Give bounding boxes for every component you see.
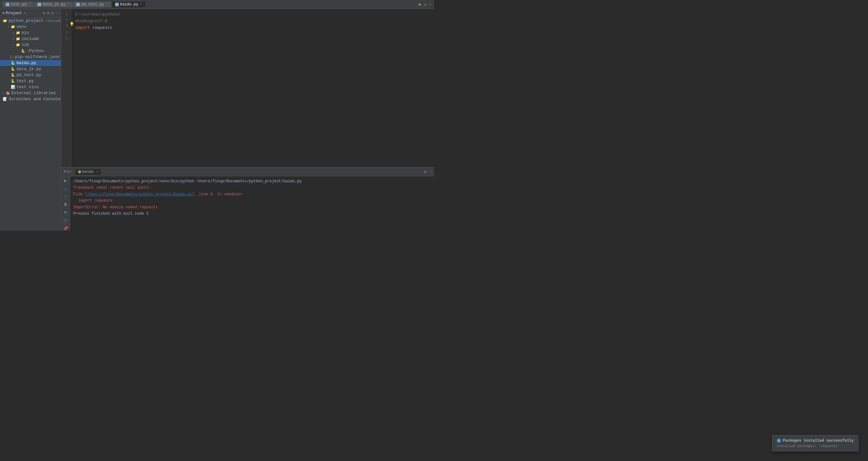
tab-baidu-py-close[interactable]: × [140, 3, 142, 6]
sidebar-header-icons: ⊕ ⊟ ⚙ — [43, 11, 58, 16]
main-layout: ▼ Project ▾ ⊕ ⊟ ⚙ — ▾📁python_project~/Do… [0, 9, 434, 230]
editor-area: 12345 #!/usr/bin/python2#coding=utf-8💡im… [61, 9, 434, 230]
run-pause-btn[interactable]: ⏸ [63, 202, 68, 207]
tree-include-label: include [22, 36, 39, 41]
tab-bar: pytest.py×pydata_jk.py×pypd_test.py×pyba… [3, 2, 145, 7]
run-sidebar: ▶ ↓ ↑ ⏸ ≡ □ 📌 🗑 [61, 176, 70, 230]
tab-data-jk-py-close[interactable]: × [67, 3, 69, 6]
run-minimize-icon[interactable]: — [429, 169, 431, 174]
code-text-2: #coding=utf-8 [75, 18, 107, 25]
run-pin-btn[interactable]: 📌 [63, 226, 68, 230]
run-settings-icon[interactable]: ⚙ [424, 169, 426, 174]
tab-test-py-label: test.py [11, 2, 27, 7]
tree-baidu-py[interactable]: 🐍baidu.py [0, 60, 61, 66]
tree-include[interactable]: ▸📁include [0, 36, 61, 42]
code-line-4: import requests [75, 25, 426, 31]
run-tab[interactable]: baidu × [75, 169, 101, 175]
run-up-btn[interactable]: ↑ [63, 194, 68, 199]
tree-test-py-label: test.py [17, 79, 34, 83]
tab-test-py-icon: py [6, 3, 9, 6]
tree-ext-libs-label: External Libraries [11, 91, 56, 95]
tree-test-py[interactable]: 🐍test.py [0, 78, 61, 84]
run-output-line-2: File "/Users/finup/Documents/python_proj… [73, 191, 431, 197]
file-link[interactable]: "/Users/finup/Documents/python_project/b… [85, 192, 194, 196]
run-panel-actions: ⚙ — [424, 169, 431, 174]
run-output-line-6: Process finished with exit code 1 [73, 211, 431, 217]
tree-venv[interactable]: ▾📁venv [0, 24, 61, 30]
tree-ext-libs-arrow: ▸ [1, 91, 6, 95]
minimize-icon[interactable]: — [56, 11, 58, 16]
tree-venv-label: venv [17, 24, 26, 29]
tree-bin-icon: 📁 [16, 31, 20, 35]
tree-lib-label: lib [22, 42, 29, 47]
add-icon[interactable]: ⊕ [43, 11, 45, 16]
tab-data-jk-py-label: data_jk.py [42, 2, 65, 7]
tree-pd-test-py[interactable]: 🐍pd_test.py [0, 72, 61, 78]
tree-venv-arrow: ▾ [6, 25, 11, 29]
tree-scratches[interactable]: ▸📝Scratches and Consoles [0, 96, 61, 102]
tree-pd-test-py-icon: 🐍 [11, 73, 15, 77]
tab-data-jk-py-icon: py [37, 3, 41, 6]
sidebar-fold-icon[interactable]: ▼ [3, 11, 5, 15]
tab-test-py[interactable]: pytest.py× [3, 2, 34, 7]
tree-ext-libs-icon: 📚 [6, 91, 10, 95]
tree-data-jk-py[interactable]: 🐍data_jk.py [0, 66, 61, 72]
run-panel-header: Run: baidu × ⚙ — [61, 167, 434, 176]
tree-bin-arrow: ▸ [11, 31, 16, 35]
editor-right-gutter [430, 9, 434, 167]
tab-baidu-py[interactable]: pybaidu.py× [112, 2, 146, 7]
run-down-btn[interactable]: ↓ [63, 186, 68, 191]
tab-pd-test-py[interactable]: pypd_test.py× [73, 2, 111, 7]
tree-lib-arrow: ▸ [11, 43, 16, 47]
run-stop-btn[interactable]: □ [63, 218, 68, 223]
code-content[interactable]: #!/usr/bin/python2#coding=utf-8💡import r… [71, 9, 430, 167]
tab-pd-test-py-label: pd_test.py [81, 2, 104, 7]
run-list-btn[interactable]: ≡ [63, 210, 68, 215]
tree-pip-selfcheck[interactable]: {}pip-selfcheck.json [0, 54, 61, 60]
tab-pd-test-py-close[interactable]: × [106, 3, 108, 6]
title-bar-right: ▶ ↺ ⋯ [419, 2, 431, 7]
tree-scratches-icon: 📝 [3, 97, 7, 101]
tree-python[interactable]: 🐍.Python [0, 48, 61, 54]
tree-data-jk-py-label: data_jk.py [17, 67, 41, 71]
title-bar: pytest.py×pydata_jk.py×pypd_test.py×pyba… [0, 0, 434, 9]
sidebar-tree: ▾📁python_project~/Documents/python_proje… [0, 18, 61, 102]
lightbulb-icon[interactable]: 💡 [69, 22, 74, 28]
reload-icon[interactable]: ↺ [424, 2, 426, 7]
code-editor[interactable]: 12345 #!/usr/bin/python2#coding=utf-8💡im… [61, 9, 434, 167]
tree-ext-libs[interactable]: ▸📚External Libraries [0, 90, 61, 96]
sidebar: ▼ Project ▾ ⊕ ⊟ ⚙ — ▾📁python_project~/Do… [0, 9, 61, 230]
run-tab-icon [78, 170, 81, 174]
tree-lib[interactable]: ▸📁lib [0, 42, 61, 48]
run-tab-label: baidu [83, 170, 94, 174]
tab-baidu-py-label: baidu.py [120, 2, 138, 7]
line-number-2: 2 [61, 18, 69, 24]
tree-data-jk-py-icon: 🐍 [11, 67, 15, 71]
run-icon[interactable]: ▶ [419, 2, 421, 7]
tab-data-jk-py[interactable]: pydata_jk.py× [34, 2, 72, 7]
settings-icon[interactable]: ⚙ [51, 11, 54, 16]
tree-test-py-icon: 🐍 [11, 79, 15, 83]
tree-python-project-sub: ~/Documents/python_project [45, 19, 61, 23]
sidebar-dropdown-icon[interactable]: ▾ [24, 11, 26, 15]
tree-python-project[interactable]: ▾📁python_project~/Documents/python_proje… [0, 18, 61, 24]
tree-test-xlsx-icon: 📊 [11, 85, 15, 89]
line-number-4: 4 [61, 30, 69, 36]
code-text-4: import requests [75, 25, 112, 31]
tab-test-py-close[interactable]: × [29, 3, 30, 6]
more-icon[interactable]: ⋯ [429, 2, 431, 7]
run-output-line-1: Traceback (most recent call last): [73, 185, 431, 191]
line-number-1: 1 [61, 11, 69, 18]
split-icon[interactable]: ⊟ [47, 11, 50, 16]
run-play-btn[interactable]: ▶ [63, 178, 68, 183]
tree-python-icon: 🐍 [21, 49, 25, 53]
tree-bin[interactable]: ▸📁bin [0, 30, 61, 36]
run-panel: Run: baidu × ⚙ — ▶ ↓ ↑ ⏸ ≡ □ [61, 167, 434, 230]
line-numbers: 12345 [61, 9, 71, 167]
tree-test-xlsx[interactable]: 📊test.xlsx [0, 84, 61, 90]
code-line-1: #!/usr/bin/python2 [75, 11, 426, 18]
run-output-line-0: /Users/finup/Documents/python_project/ve… [73, 178, 431, 185]
tree-scratches-label: Scratches and Consoles [8, 97, 61, 101]
run-tab-close[interactable]: × [96, 170, 99, 174]
code-line-2: #coding=utf-8 [75, 18, 426, 25]
